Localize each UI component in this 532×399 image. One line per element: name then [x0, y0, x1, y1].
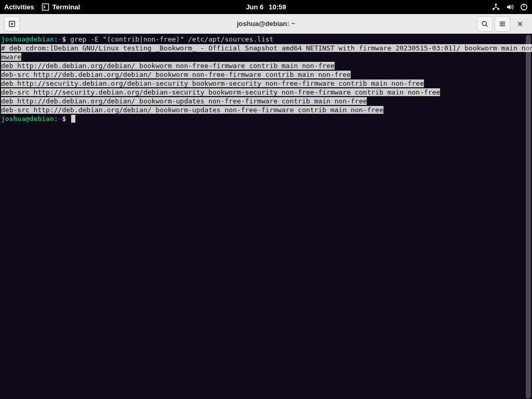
active-app-name: Terminal [52, 3, 80, 11]
search-button[interactable] [477, 16, 493, 32]
new-tab-button[interactable] [4, 16, 20, 32]
text-cursor [71, 115, 75, 123]
terminal-viewport[interactable]: joshua@debian:~$ grep -E "(contrib|non-f… [0, 34, 532, 399]
grep-output-line: deb-src http://deb.debian.org/debian/ bo… [1, 71, 351, 78]
grep-output-line: deb http://deb.debian.org/debian/ bookwo… [1, 97, 367, 105]
network-icon [492, 3, 500, 11]
prompt-separator: : [54, 35, 58, 43]
topbar-time: 10:59 [269, 3, 286, 11]
activities-button[interactable]: Activities [4, 3, 34, 11]
terminal-window: joshua@debian: ~ joshua@debian:~$ grep -… [0, 14, 532, 399]
scrollbar-thumb[interactable] [526, 35, 531, 398]
power-icon [520, 3, 528, 11]
hamburger-menu-icon [499, 20, 506, 28]
new-tab-icon [8, 20, 16, 28]
prompt-symbol: $ [62, 115, 70, 123]
volume-icon [506, 3, 514, 11]
entered-command: grep -E "(contrib|non-free)" /etc/apt/so… [70, 35, 273, 43]
topbar-left: Activities Terminal [4, 3, 80, 11]
window-titlebar: joshua@debian: ~ [0, 14, 532, 34]
prompt-separator: : [54, 115, 58, 123]
menu-button[interactable] [495, 16, 510, 32]
svg-point-9 [482, 21, 486, 25]
svg-line-10 [486, 25, 487, 26]
window-title: joshua@debian: ~ [237, 20, 295, 28]
prompt-user: joshua@debian [1, 115, 54, 123]
topbar-system-menu[interactable] [492, 3, 528, 11]
grep-output-line: deb http://deb.debian.org/debian/ bookwo… [1, 62, 335, 70]
grep-output-line: deb-src http://security.debian.org/debia… [1, 88, 440, 96]
close-icon [517, 21, 523, 27]
grep-output-line: deb http://security.debian.org/debian-se… [1, 79, 424, 87]
grep-output-line: mware [1, 53, 21, 61]
topbar-clock[interactable]: Jun 6 10:59 [246, 3, 286, 11]
prompt-user: joshua@debian [1, 35, 54, 43]
close-button[interactable] [512, 16, 528, 32]
topbar-date: Jun 6 [246, 3, 263, 11]
active-app-indicator[interactable]: Terminal [42, 3, 80, 11]
svg-point-1 [495, 4, 497, 6]
terminal-icon [42, 3, 49, 11]
gnome-top-bar: Activities Terminal Jun 6 10:59 [0, 0, 532, 14]
scrollbar[interactable] [525, 34, 532, 399]
grep-output-line: deb-src http://deb.debian.org/debian/ bo… [1, 106, 383, 114]
search-icon [481, 20, 488, 28]
prompt-symbol: $ [62, 35, 70, 43]
grep-output-line: # deb cdrom:[Debian GNU/Linux testing _B… [1, 44, 532, 52]
